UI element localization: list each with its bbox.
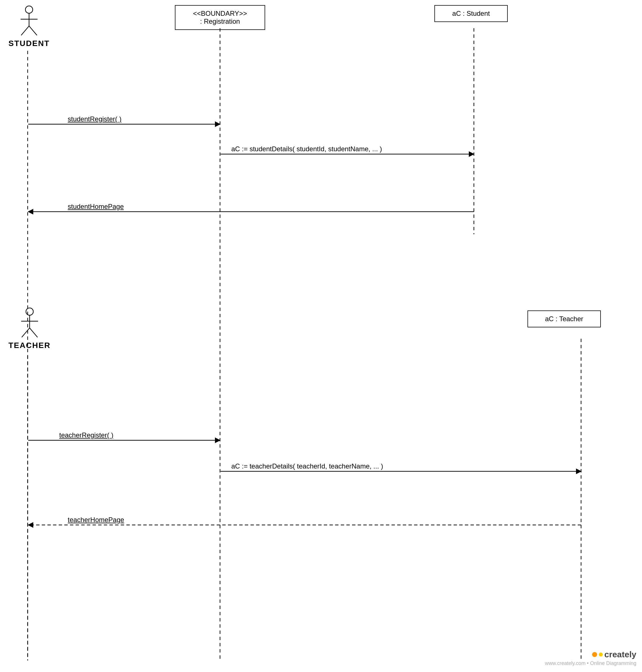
msg3-arrowhead xyxy=(28,209,33,215)
watermark-url: www.creately.com • Online Diagramming xyxy=(545,660,637,667)
msg3-label: studentHomePage xyxy=(68,203,124,211)
msg2-label: aC := studentDetails( studentId, student… xyxy=(231,145,382,153)
diagram-svg xyxy=(0,0,642,672)
logo-orange-circle xyxy=(592,652,597,657)
creately-logo: creately xyxy=(545,650,637,659)
msg2-arrowhead xyxy=(469,151,474,157)
creately-text: creately xyxy=(604,650,637,659)
msg6-label: teacherHomePage xyxy=(68,516,124,524)
msg5-label: aC := teacherDetails( teacherId, teacher… xyxy=(231,462,383,470)
diagram-container: STUDENT TEACHER <<BOUNDARY>> : Registrat… xyxy=(0,0,642,672)
watermark: creately www.creately.com • Online Diagr… xyxy=(545,650,637,667)
msg6-arrowhead xyxy=(28,522,33,528)
msg4-label: teacherRegister( ) xyxy=(59,431,113,439)
msg1-label: studentRegister( ) xyxy=(68,115,121,123)
logo-yellow-circle xyxy=(599,652,603,657)
